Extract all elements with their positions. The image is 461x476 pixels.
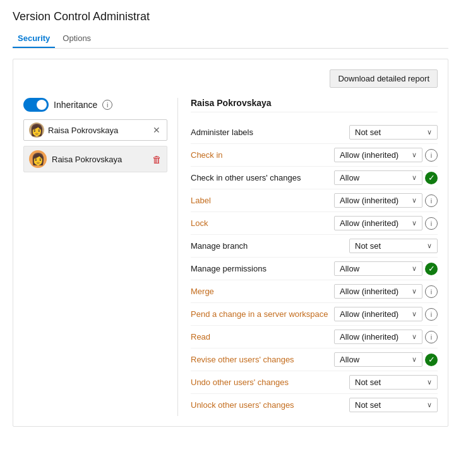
inheritance-label: Inheritance bbox=[54, 100, 97, 110]
toggle-knob bbox=[37, 100, 47, 110]
permission-select[interactable]: Allow (inherited)∨ bbox=[334, 284, 422, 299]
table-row: Revise other users' changesAllow∨✓ bbox=[191, 348, 438, 371]
info-icon[interactable]: i bbox=[425, 308, 438, 321]
table-row: Manage permissionsAllow∨✓ bbox=[191, 258, 438, 280]
content-area: Inheritance i 👩 Raisa Pokrovskaya ✕ 👩 Ra… bbox=[23, 98, 438, 416]
permission-select[interactable]: Allow (inherited)∨ bbox=[334, 148, 422, 162]
permission-select[interactable]: Not set∨ bbox=[349, 398, 438, 412]
permission-select[interactable]: Allow (inherited)∨ bbox=[334, 307, 422, 321]
permission-name: Pend a change in a server workspace bbox=[191, 309, 334, 319]
table-row: Administer labelsNot set∨ bbox=[191, 121, 438, 144]
permission-value: Allow (inherited) bbox=[340, 150, 408, 160]
table-row: Manage branchNot set∨ bbox=[191, 235, 438, 258]
tab-options[interactable]: Options bbox=[57, 30, 96, 48]
chevron-down-icon: ∨ bbox=[412, 265, 417, 273]
permission-value: Allow (inherited) bbox=[340, 218, 408, 228]
permission-control-wrap: Allow (inherited)∨i bbox=[334, 148, 438, 162]
permission-name: Lock bbox=[191, 218, 334, 228]
permission-control-wrap: Allow (inherited)∨i bbox=[334, 216, 438, 230]
permission-value: Allow (inherited) bbox=[340, 309, 408, 319]
check-icon: ✓ bbox=[425, 172, 438, 184]
info-icon[interactable]: i bbox=[425, 285, 438, 298]
top-bar: Download detailed report bbox=[23, 69, 438, 88]
permission-value: Not set bbox=[355, 378, 423, 387]
permission-select[interactable]: Allow (inherited)∨ bbox=[334, 330, 422, 344]
chevron-down-icon: ∨ bbox=[427, 242, 432, 250]
table-row: ReadAllow (inherited)∨i bbox=[191, 326, 438, 348]
chevron-down-icon: ∨ bbox=[412, 219, 417, 227]
user-search-clear-icon[interactable]: ✕ bbox=[152, 124, 162, 136]
permission-select[interactable]: Not set∨ bbox=[349, 239, 438, 253]
delete-user-icon[interactable]: 🗑 bbox=[152, 154, 162, 165]
permission-name: Label bbox=[191, 196, 334, 205]
table-row: Unlock other users' changesNot set∨ bbox=[191, 394, 438, 416]
permission-control-wrap: Not set∨ bbox=[349, 375, 438, 390]
permission-select[interactable]: Allow∨ bbox=[334, 352, 422, 367]
permission-select[interactable]: Allow∨ bbox=[334, 261, 422, 276]
inheritance-info-icon[interactable]: i bbox=[102, 100, 112, 110]
user-search-box[interactable]: 👩 Raisa Pokrovskaya ✕ bbox=[23, 119, 167, 141]
table-row: Check inAllow (inherited)∨i bbox=[191, 144, 438, 167]
info-icon[interactable]: i bbox=[425, 217, 438, 230]
permission-name: Unlock other users' changes bbox=[191, 400, 349, 410]
download-report-button[interactable]: Download detailed report bbox=[330, 69, 438, 88]
permission-value: Allow bbox=[340, 264, 408, 273]
permission-control-wrap: Not set∨ bbox=[349, 239, 438, 253]
permission-control-wrap: Allow (inherited)∨i bbox=[334, 307, 438, 321]
permission-value: Allow bbox=[340, 173, 408, 182]
permission-control-wrap: Allow (inherited)∨i bbox=[334, 193, 438, 208]
chevron-down-icon: ∨ bbox=[427, 128, 432, 136]
info-icon[interactable]: i bbox=[425, 149, 438, 162]
table-row: LabelAllow (inherited)∨i bbox=[191, 189, 438, 212]
permission-control-wrap: Allow (inherited)∨i bbox=[334, 330, 438, 344]
user-search-avatar: 👩 bbox=[29, 122, 44, 138]
page: Version Control Administrat Security Opt… bbox=[0, 0, 461, 476]
chevron-down-icon: ∨ bbox=[412, 355, 417, 364]
table-row: LockAllow (inherited)∨i bbox=[191, 212, 438, 235]
permission-control-wrap: Not set∨ bbox=[349, 125, 438, 140]
permission-value: Allow (inherited) bbox=[340, 332, 408, 342]
table-row: Check in other users' changesAllow∨✓ bbox=[191, 167, 438, 189]
inheritance-toggle[interactable] bbox=[23, 98, 49, 112]
user-avatar-emoji: 👩 bbox=[31, 152, 45, 166]
permission-value: Allow (inherited) bbox=[340, 196, 408, 205]
permission-select[interactable]: Not set∨ bbox=[349, 125, 438, 140]
chevron-down-icon: ∨ bbox=[412, 196, 417, 205]
chevron-down-icon: ∨ bbox=[412, 174, 417, 182]
user-avatar: 👩 bbox=[29, 150, 47, 168]
permission-select[interactable]: Allow (inherited)∨ bbox=[334, 216, 422, 230]
chevron-down-icon: ∨ bbox=[412, 310, 417, 318]
info-icon[interactable]: i bbox=[425, 194, 438, 207]
permission-control-wrap: Allow (inherited)∨i bbox=[334, 284, 438, 299]
list-item[interactable]: 👩 Raisa Pokrovskaya 🗑 bbox=[23, 146, 167, 172]
permission-value: Not set bbox=[355, 241, 423, 251]
permission-control-wrap: Allow∨✓ bbox=[334, 261, 438, 276]
table-row: MergeAllow (inherited)∨i bbox=[191, 280, 438, 303]
inheritance-row: Inheritance i bbox=[23, 98, 167, 112]
permission-control-wrap: Allow∨✓ bbox=[334, 352, 438, 367]
left-panel: Inheritance i 👩 Raisa Pokrovskaya ✕ 👩 Ra… bbox=[23, 98, 178, 416]
info-icon[interactable]: i bbox=[425, 331, 438, 343]
permission-select[interactable]: Allow (inherited)∨ bbox=[334, 193, 422, 208]
chevron-down-icon: ∨ bbox=[412, 151, 417, 159]
permission-name: Check in bbox=[191, 150, 334, 160]
permission-select[interactable]: Not set∨ bbox=[349, 375, 438, 390]
chevron-down-icon: ∨ bbox=[412, 287, 417, 295]
section-title: Raisa Pokrovskaya bbox=[191, 98, 438, 112]
permission-name: Manage permissions bbox=[191, 264, 334, 273]
permission-value: Allow (inherited) bbox=[340, 287, 408, 296]
user-name: Raisa Pokrovskaya bbox=[52, 155, 152, 164]
table-row: Pend a change in a server workspaceAllow… bbox=[191, 303, 438, 326]
page-title: Version Control Administrat bbox=[13, 10, 448, 23]
permission-name: Check in other users' changes bbox=[191, 173, 334, 182]
permission-name: Manage branch bbox=[191, 241, 349, 251]
user-search-avatar-emoji: 👩 bbox=[30, 123, 44, 137]
permission-name: Undo other users' changes bbox=[191, 378, 349, 387]
chevron-down-icon: ∨ bbox=[412, 333, 417, 341]
user-search-name: Raisa Pokrovskaya bbox=[48, 126, 152, 135]
check-icon: ✓ bbox=[425, 263, 438, 275]
tab-security[interactable]: Security bbox=[13, 30, 55, 48]
check-icon: ✓ bbox=[425, 354, 438, 366]
permission-select[interactable]: Allow∨ bbox=[334, 170, 422, 185]
permission-name: Read bbox=[191, 332, 334, 342]
